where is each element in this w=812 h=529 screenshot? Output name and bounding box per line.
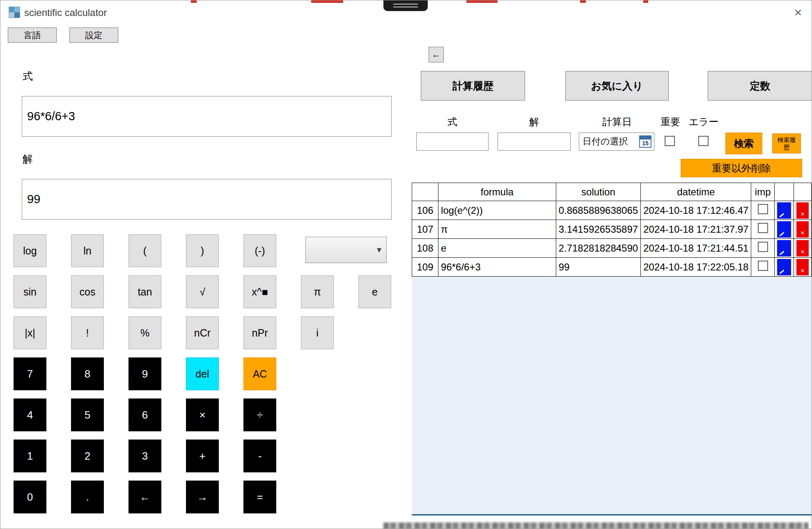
function-dropdown[interactable]: ▾ (305, 237, 387, 263)
key-4[interactable]: 4 (14, 398, 46, 431)
key-3[interactable]: 3 (128, 440, 161, 472)
formula-input[interactable] (22, 96, 392, 137)
background-artifact (466, 0, 498, 3)
tab-constants[interactable]: 定数 (708, 71, 812, 101)
row-important-checkbox[interactable] (758, 242, 768, 252)
search-button[interactable]: 検索 (725, 133, 762, 154)
chevron-down-icon: ▾ (377, 245, 381, 255)
tab-favorites[interactable]: お気に入り (565, 71, 669, 101)
key-cursor-right[interactable]: → (186, 481, 219, 513)
search-solution-input[interactable] (498, 133, 571, 151)
key-2[interactable]: 2 (71, 440, 104, 472)
row-delete-button[interactable]: × (796, 259, 809, 275)
key-abs[interactable]: |x| (14, 316, 46, 349)
key-divide[interactable]: ÷ (243, 398, 276, 431)
key-cursor-left[interactable]: ← (128, 481, 161, 513)
row-delete-button[interactable]: × (796, 240, 809, 256)
search-solution-label: 解 (529, 115, 539, 128)
key-0[interactable]: 0 (14, 481, 46, 513)
key-e[interactable]: e (358, 275, 391, 308)
settings-button[interactable]: 設定 (69, 27, 118, 43)
app-icon (9, 7, 20, 18)
header-solution: solution (556, 183, 641, 201)
background-artifact (643, 0, 648, 3)
error-checkbox[interactable] (698, 136, 709, 146)
key-equals[interactable]: = (243, 481, 276, 513)
row-delete-button[interactable]: × (796, 202, 809, 219)
row-datetime: 2024-10-18 17:12:46.47 (641, 201, 751, 220)
solution-input[interactable] (22, 179, 392, 220)
header-blank (774, 183, 794, 201)
key-ncr[interactable]: nCr (186, 316, 219, 349)
header-blank (412, 183, 438, 201)
table-row: 106 log(e^(2)) 0.8685889638065 2024-10-1… (412, 201, 812, 220)
key-6[interactable]: 6 (128, 398, 161, 431)
window-drag-handle[interactable] (383, 0, 428, 11)
search-formula-label: 式 (447, 115, 457, 128)
table-row: 108 e 2.7182818284590 2024-10-18 17:21:4… (412, 239, 812, 258)
key-cos[interactable]: cos (71, 275, 104, 308)
row-solution: 3.1415926535897 (556, 220, 641, 239)
row-important-checkbox[interactable] (758, 204, 768, 214)
solution-label: 解 (23, 152, 33, 166)
header-datetime: datetime (641, 183, 751, 201)
key-5[interactable]: 5 (71, 398, 104, 431)
search-formula-input[interactable] (416, 133, 489, 151)
row-restore-button[interactable] (777, 259, 791, 275)
key-7[interactable]: 7 (14, 357, 46, 390)
key-ac[interactable]: AC (243, 357, 276, 390)
key-multiply[interactable]: × (186, 398, 219, 431)
key-tan[interactable]: tan (128, 275, 161, 308)
row-restore-button[interactable] (777, 240, 791, 256)
row-restore-button[interactable] (777, 221, 791, 238)
search-history-button[interactable]: 検索履歴 (772, 133, 801, 153)
back-button[interactable]: ← (429, 47, 444, 62)
table-row: 109 96*6/6+3 99 2024-10-18 17:22:05.18 × (412, 258, 812, 277)
key-sin[interactable]: sin (14, 275, 46, 308)
background-artifact (383, 522, 808, 529)
key-sqrt[interactable]: √ (186, 275, 219, 308)
key-minus[interactable]: - (243, 440, 276, 472)
delete-unimportant-button[interactable]: 重要以外削除 (681, 159, 802, 177)
key-npr[interactable]: nPr (243, 316, 276, 349)
key-log[interactable]: log (14, 234, 46, 267)
history-table: formula solution datetime imp 106 log(e^… (412, 183, 812, 277)
key-negate[interactable]: (-) (243, 234, 276, 267)
header-formula: formula (438, 183, 556, 201)
row-solution: 99 (556, 258, 641, 277)
row-id: 108 (412, 239, 438, 258)
key-ln[interactable]: ln (71, 234, 104, 267)
key-1[interactable]: 1 (14, 440, 46, 472)
search-error-label: エラー (688, 115, 718, 128)
row-restore-button[interactable] (777, 202, 791, 219)
row-delete-button[interactable]: × (796, 221, 809, 238)
key-del[interactable]: del (186, 357, 219, 390)
window-title: scientific calculator (24, 7, 107, 18)
close-icon[interactable]: × (789, 4, 807, 21)
header-blank (794, 183, 811, 201)
key-factorial[interactable]: ! (71, 316, 104, 349)
date-picker[interactable]: 日付の選択 15 (579, 133, 654, 151)
row-id: 109 (412, 258, 438, 277)
calendar-icon[interactable]: 15 (639, 135, 651, 148)
key-open-paren[interactable]: ( (128, 234, 161, 267)
table-row: 107 π 3.1415926535897 2024-10-18 17:21:3… (412, 220, 812, 239)
important-checkbox[interactable] (665, 136, 675, 146)
key-9[interactable]: 9 (128, 357, 161, 390)
tab-calculation-history[interactable]: 計算履歴 (421, 71, 525, 101)
language-button[interactable]: 言語 (8, 27, 57, 43)
key-close-paren[interactable]: ) (186, 234, 219, 267)
key-dot[interactable]: . (71, 481, 104, 513)
row-important-checkbox[interactable] (758, 223, 768, 233)
key-8[interactable]: 8 (71, 357, 104, 390)
row-solution: 2.7182818284590 (556, 239, 641, 258)
key-percent[interactable]: % (128, 316, 161, 349)
app-window: scientific calculator × 言語 設定 式 解 log ln… (0, 0, 812, 529)
key-plus[interactable]: + (186, 440, 219, 472)
key-power[interactable]: x^■ (243, 275, 276, 308)
row-id: 107 (412, 220, 438, 239)
key-pi[interactable]: π (301, 275, 334, 308)
row-important-checkbox[interactable] (758, 261, 768, 271)
key-i[interactable]: i (301, 316, 334, 349)
row-datetime: 2024-10-18 17:22:05.18 (641, 258, 751, 277)
